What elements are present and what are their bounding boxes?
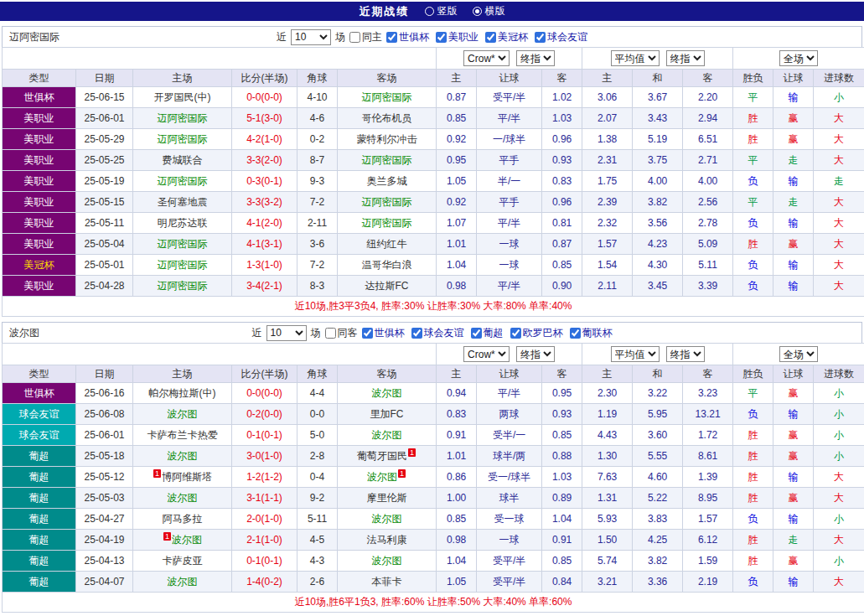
euro-odds-select[interactable]: 平均值 [611,50,660,66]
league-checkbox-input[interactable] [485,32,496,43]
away-team[interactable]: 波尔图 [338,383,437,404]
team-name[interactable]: 纽约红牛 [367,238,407,250]
match-count-select[interactable]: 10 [291,29,331,45]
league-checkbox-input[interactable] [535,32,546,43]
away-team[interactable]: 迈阿密国际 [338,213,437,234]
layout-option-vertical[interactable]: 竖版 [425,4,458,18]
league-filter-checkbox[interactable]: 球会友谊 [411,326,464,340]
league-type-cell[interactable]: 葡超 [3,467,76,488]
league-type-cell[interactable]: 美冠杯 [3,255,76,276]
league-type-cell[interactable]: 美职业 [3,234,76,255]
away-team[interactable]: 迈阿密国际 [338,150,437,171]
league-checkbox-input[interactable] [510,328,521,339]
team-name[interactable]: 本菲卡 [372,576,402,588]
match-score[interactable]: 2-0(1-0) [232,509,297,530]
same-venue-checkbox-input[interactable] [325,328,336,339]
team-name[interactable]: 明尼苏达联 [158,217,208,229]
away-team[interactable]: 迈阿密国际 [338,87,437,108]
away-team[interactable]: 波尔图1 [338,467,437,488]
match-score[interactable]: 3-0(1-0) [232,446,297,467]
match-score[interactable]: 1-4(0-2) [232,572,297,593]
home-team[interactable]: 迈阿密国际 [133,255,232,276]
team-name[interactable]: 波尔图 [367,471,397,483]
league-filter-checkbox[interactable]: 美职业 [436,30,479,44]
away-team[interactable]: 摩里伦斯 [338,488,437,509]
league-type-cell[interactable]: 葡超 [3,509,76,530]
home-team[interactable]: 波尔图 [133,404,232,425]
away-team[interactable]: 迈阿密国际 [338,192,437,213]
league-checkbox-input[interactable] [386,32,397,43]
team-name[interactable]: 帕尔梅拉斯(中) [149,387,216,399]
league-checkbox-input[interactable] [362,328,373,339]
result-scope-select[interactable]: 全场 [779,50,818,66]
match-score[interactable]: 0-3(0-1) [232,171,297,192]
team-name[interactable]: 波尔图 [172,534,202,546]
asia-odds-select[interactable]: 终指 [516,50,555,66]
league-checkbox-input[interactable] [436,32,447,43]
away-team[interactable]: 里加FC [338,404,437,425]
league-type-cell[interactable]: 美职业 [3,192,76,213]
league-type-cell[interactable]: 美职业 [3,108,76,129]
league-checkbox-input[interactable] [471,328,482,339]
league-type-cell[interactable]: 美职业 [3,276,76,297]
match-score[interactable]: 2-1(1-0) [232,530,297,551]
team-name[interactable]: 迈阿密国际 [158,238,208,250]
home-team[interactable]: 波尔图 [133,446,232,467]
home-team[interactable]: 1波尔图 [133,530,232,551]
euro-odds-select[interactable]: 平均值 [611,346,660,362]
asia-odds-select[interactable]: 终指 [516,346,555,362]
away-team[interactable]: 波尔图 [338,425,437,446]
league-type-cell[interactable]: 葡超 [3,551,76,572]
team-name[interactable]: 波尔图 [168,576,198,588]
team-name[interactable]: 葡萄牙国民 [357,450,407,462]
home-team[interactable]: 帕尔梅拉斯(中) [133,383,232,404]
team-name[interactable]: 里加FC [370,408,404,420]
team-name[interactable]: 迈阿密国际 [158,112,208,124]
league-filter-checkbox[interactable]: 美冠杯 [485,30,528,44]
match-count-select[interactable]: 10 [266,325,307,341]
league-type-cell[interactable]: 球会友谊 [3,404,76,425]
team-name[interactable]: 阿马多拉 [163,513,203,525]
team-name[interactable]: 卡萨皮亚 [163,555,203,567]
team-name[interactable]: 哥伦布机员 [362,112,412,124]
league-type-cell[interactable]: 葡超 [3,488,76,509]
same-venue-checkbox-input[interactable] [349,32,360,43]
league-type-cell[interactable]: 葡超 [3,530,76,551]
match-score[interactable]: 1-2(1-2) [232,467,297,488]
match-score[interactable]: 0-0(0-0) [232,383,297,404]
league-type-cell[interactable]: 世俱杯 [3,87,76,108]
league-type-cell[interactable]: 世俱杯 [3,383,76,404]
team-name[interactable]: 迈阿密国际 [158,175,208,187]
team-name[interactable]: 波尔图 [168,450,198,462]
team-name[interactable]: 迈阿密国际 [158,133,208,145]
home-team[interactable]: 波尔图 [133,572,232,593]
team-name[interactable]: 奥兰多城 [367,175,407,187]
league-type-cell[interactable]: 美职业 [3,150,76,171]
team-name[interactable]: 波尔图 [168,408,198,420]
asia-odds-select[interactable]: Crow* [463,50,510,66]
match-score[interactable]: 4-1(2-0) [232,213,297,234]
match-score[interactable]: 0-1(0-1) [232,551,297,572]
team-name[interactable]: 开罗国民(中) [154,91,211,103]
league-filter-checkbox[interactable]: 世俱杯 [386,30,429,44]
home-team[interactable]: 迈阿密国际 [133,108,232,129]
euro-odds-select[interactable]: 终指 [666,50,705,66]
home-team[interactable]: 1博阿维斯塔 [133,467,232,488]
away-team[interactable]: 奥兰多城 [338,171,437,192]
match-score[interactable]: 0-1(0-1) [232,425,297,446]
away-team[interactable]: 纽约红牛 [338,234,437,255]
team-name[interactable]: 温哥华白浪 [362,259,412,271]
away-team[interactable]: 本菲卡 [338,572,437,593]
league-type-cell[interactable]: 美职业 [3,213,76,234]
asia-odds-select[interactable]: Crow* [463,346,510,362]
away-team[interactable]: 温哥华白浪 [338,255,437,276]
match-score[interactable]: 3-4(2-1) [232,276,297,297]
team-name[interactable]: 卡萨布兰卡热爱 [147,429,218,441]
home-team[interactable]: 迈阿密国际 [133,171,232,192]
league-checkbox-input[interactable] [570,328,581,339]
league-type-cell[interactable]: 美职业 [3,129,76,150]
result-scope-select[interactable]: 全场 [779,346,818,362]
league-filter-checkbox[interactable]: 欧罗巴杯 [510,326,563,340]
match-score[interactable]: 4-1(3-1) [232,234,297,255]
league-checkbox-input[interactable] [411,328,422,339]
